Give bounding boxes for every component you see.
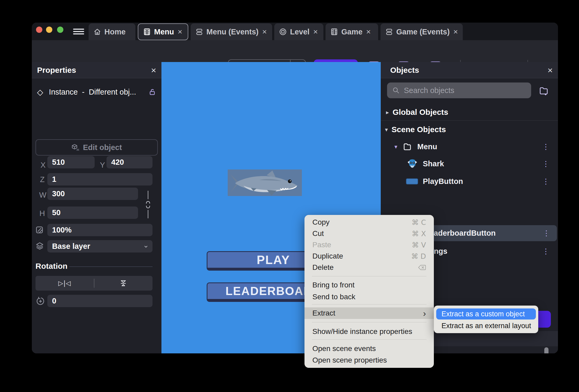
- menu-item-delete[interactable]: Delete: [304, 262, 434, 273]
- shortcut-label: ⌘ C: [412, 218, 426, 226]
- tab-close-icon[interactable]: ×: [177, 28, 183, 36]
- collapsed-triangle-icon[interactable]: ▸: [386, 109, 389, 116]
- properties-panel-header: Properties ×: [32, 62, 161, 78]
- expanded-triangle-icon[interactable]: ▾: [394, 143, 397, 150]
- rotation-section-title: Rotation: [35, 262, 68, 271]
- link-line: [148, 191, 148, 199]
- tab-game-events[interactable]: Game (Events) ×: [380, 23, 463, 40]
- menu-item-open-scene-properties[interactable]: Open scene properties: [304, 355, 434, 366]
- flip-horizontal-button[interactable]: ▷|◁: [35, 280, 94, 287]
- menu-item-paste[interactable]: Paste⌘ V: [304, 239, 434, 250]
- shortcut-label: ⌘ V: [412, 241, 426, 249]
- kebab-menu-icon[interactable]: ⋮: [542, 142, 550, 151]
- objects-close-icon[interactable]: ×: [547, 66, 553, 75]
- x-input[interactable]: 510: [47, 156, 95, 168]
- tab-home[interactable]: Home: [89, 23, 135, 40]
- x-label: X: [40, 161, 45, 169]
- menu-item-send-to-back[interactable]: Send to back: [304, 291, 434, 302]
- app-window: Home Menu × Menu (Events) × Level × Game: [32, 23, 558, 353]
- diamond-icon: ◇: [37, 87, 43, 97]
- instance-header-row: ◇ Instance - Different obj...: [37, 85, 156, 99]
- expanded-triangle-icon[interactable]: ▾: [385, 126, 388, 133]
- tab-close-icon[interactable]: ×: [453, 28, 459, 36]
- chevron-down-icon: [144, 244, 148, 249]
- edit-object-button[interactable]: 2D Edit object: [35, 139, 158, 156]
- menu-divider: [312, 276, 426, 276]
- menu-item-cut[interactable]: Cut⌘ X: [304, 228, 434, 239]
- shortcut-label: ⌘ D: [411, 252, 426, 260]
- close-traffic-light[interactable]: [36, 27, 42, 33]
- tab-level[interactable]: Level ×: [274, 23, 323, 40]
- h-input[interactable]: 50: [47, 207, 138, 219]
- search-placeholder: Search objects: [404, 86, 454, 95]
- kebab-menu-icon[interactable]: ⋮: [542, 247, 550, 256]
- tab-close-icon[interactable]: ×: [262, 28, 267, 36]
- events-sheet-icon: [385, 28, 393, 36]
- search-objects-input[interactable]: Search objects: [387, 82, 531, 98]
- scrollbar-thumb[interactable]: [544, 347, 548, 353]
- playbutton-thumbnail: [406, 178, 418, 184]
- backspace-icon: [418, 265, 426, 270]
- menu-item-duplicate[interactable]: Duplicate⌘ D: [304, 251, 434, 262]
- global-objects-section[interactable]: ▸ Global Objects: [386, 105, 552, 120]
- properties-close-icon[interactable]: ×: [151, 66, 156, 75]
- shark-thumbnail: [406, 157, 419, 170]
- submenu-chevron-icon: ›: [423, 309, 426, 318]
- tab-close-icon[interactable]: ×: [313, 28, 318, 36]
- layer-select[interactable]: Base layer: [47, 240, 153, 252]
- tab-close-icon[interactable]: ×: [366, 28, 372, 36]
- toolbar: Preview Share: [32, 40, 558, 62]
- title-bar: Home Menu × Menu (Events) × Level × Game: [32, 23, 558, 40]
- properties-title: Properties: [37, 66, 76, 75]
- flip-vertical-button[interactable]: [94, 280, 153, 287]
- hamburger-menu-icon[interactable]: [73, 29, 84, 34]
- menu-item-copy[interactable]: Copy⌘ C: [304, 217, 434, 228]
- kebab-menu-icon[interactable]: ⋮: [543, 229, 550, 238]
- unlock-icon[interactable]: [148, 88, 156, 96]
- z-input[interactable]: 1: [47, 173, 153, 185]
- tree-item-shark[interactable]: Shark ⋮: [406, 156, 555, 172]
- menu-item-open-scene-events[interactable]: Open scene events: [304, 343, 434, 354]
- w-input[interactable]: 300: [47, 188, 138, 200]
- events-sheet-icon: [195, 28, 203, 36]
- menu-item-extract[interactable]: Extract ›: [304, 307, 434, 319]
- add-folder-icon[interactable]: [539, 86, 548, 96]
- shark-sprite[interactable]: [228, 169, 302, 196]
- layer-icon: [35, 242, 44, 250]
- submenu-item-extract-external-layout[interactable]: Extract as an external layout: [441, 321, 536, 331]
- opacity-input[interactable]: 100%: [47, 224, 153, 236]
- z-label: Z: [40, 175, 45, 184]
- y-input[interactable]: 420: [106, 156, 153, 168]
- objects-panel-header: Objects ×: [381, 62, 558, 78]
- screen: Home Menu × Menu (Events) × Level × Game: [0, 0, 579, 392]
- rotation-input[interactable]: 0: [47, 295, 153, 307]
- tree-item-playbutton[interactable]: PlayButton ⋮: [406, 173, 555, 189]
- tree-divider: [381, 120, 558, 121]
- submenu-item-extract-custom-object[interactable]: Extract as a custom object: [436, 308, 536, 319]
- rotation-divider: [69, 266, 153, 267]
- scene-objects-section[interactable]: ▾ Scene Objects: [385, 122, 551, 137]
- tab-menu[interactable]: Menu ×: [138, 23, 188, 40]
- film-icon: [330, 28, 338, 36]
- film-icon: [143, 28, 151, 36]
- unlink-dimensions-icon[interactable]: [145, 201, 151, 209]
- link-line: [148, 210, 148, 218]
- svg-text:2D: 2D: [77, 148, 79, 151]
- context-menu: Copy⌘ C Cut⌘ X Paste⌘ V Duplicate⌘ D Del…: [304, 215, 434, 368]
- shark-image: [228, 169, 302, 196]
- tab-label: Menu (Events): [206, 28, 258, 36]
- home-icon: [93, 28, 101, 36]
- tab-game[interactable]: Game ×: [326, 23, 378, 40]
- instance-kind-label: Instance - Different obj...: [49, 88, 136, 96]
- rotation-icon: [36, 297, 45, 306]
- menu-item-bring-to-front[interactable]: Bring to front: [304, 280, 434, 291]
- kebab-menu-icon[interactable]: ⋮: [542, 159, 550, 168]
- tab-menu-events[interactable]: Menu (Events) ×: [191, 23, 272, 40]
- minimize-traffic-light[interactable]: [46, 27, 52, 33]
- tab-label: Game: [341, 28, 363, 36]
- tree-folder-menu[interactable]: ▾ Menu ⋮: [394, 139, 555, 154]
- scene-objects-label: Scene Objects: [392, 125, 446, 134]
- menu-item-show-hide-instance-properties[interactable]: Show/Hide instance properties: [304, 326, 434, 337]
- kebab-menu-icon[interactable]: ⋮: [542, 177, 550, 186]
- maximize-traffic-light[interactable]: [57, 27, 63, 33]
